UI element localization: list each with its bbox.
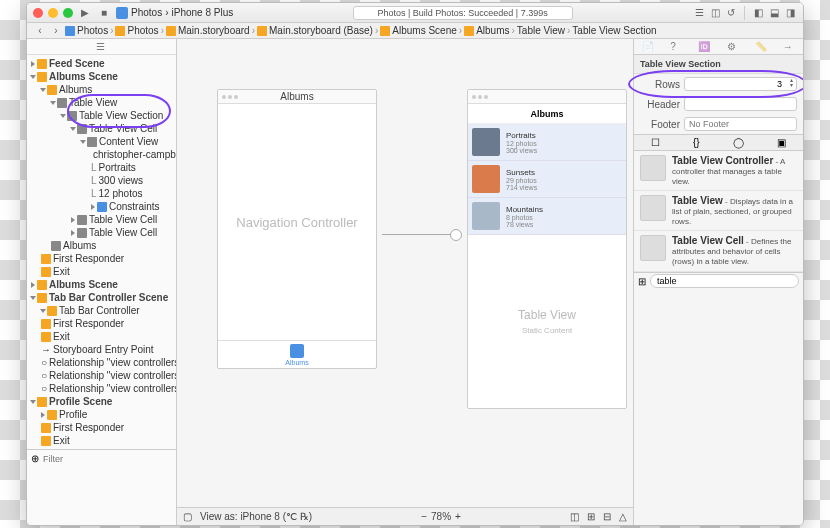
library-item[interactable]: Table View - Displays data in a list of … (634, 191, 803, 231)
library-filter-input[interactable] (650, 274, 799, 288)
attributes-inspector-tab[interactable]: ⚙ (727, 41, 739, 53)
resolve-button[interactable]: △ (619, 511, 627, 522)
path-seg[interactable]: Table View Section (572, 25, 656, 36)
tree-row[interactable]: L300 views (27, 174, 176, 187)
segue[interactable] (382, 229, 462, 239)
tree-row[interactable]: Tab Bar Controller Scene (27, 291, 176, 304)
tree-row[interactable]: Tab Bar Controller (27, 304, 176, 317)
embed-button[interactable]: ◫ (570, 511, 579, 522)
size-inspector-tab[interactable]: 📏 (755, 41, 767, 53)
align-button[interactable]: ⊞ (587, 511, 595, 522)
footer-label: Footer (640, 119, 680, 130)
tree-row[interactable]: Profile Scene (27, 395, 176, 408)
tree-row[interactable]: First Responder (27, 317, 176, 330)
stepper-down[interactable]: ▾ (786, 83, 796, 88)
zoom-out-button[interactable]: − (421, 511, 427, 522)
connections-inspector-tab[interactable]: → (783, 41, 795, 53)
albums-scene[interactable]: Albums Portraits12 photos300 viewsSunset… (467, 89, 627, 409)
back-button[interactable]: ‹ (33, 24, 47, 38)
help-inspector-tab[interactable]: ? (670, 41, 682, 53)
tree-row[interactable]: Constraints (27, 200, 176, 213)
tree-row[interactable]: Albums Scene (27, 278, 176, 291)
tree-row[interactable]: Table View Section (27, 109, 176, 122)
toggle-bottom-panel-button[interactable]: ⬓ (767, 6, 781, 20)
file-inspector-tab[interactable]: 📄 (642, 41, 654, 53)
identity-inspector-tab[interactable]: 🆔 (698, 41, 710, 53)
forward-button[interactable]: › (49, 24, 63, 38)
minimize-button[interactable] (48, 8, 58, 18)
jump-bar[interactable]: ‹ › Photos› Photos› Main.storyboard› Mai… (27, 23, 803, 39)
project-nav-tab[interactable]: ☰ (96, 41, 108, 53)
table-row[interactable]: Sunsets29 photos714 views (468, 161, 626, 198)
path-seg[interactable]: Albums Scene (392, 25, 456, 36)
path-seg[interactable]: Albums (476, 25, 509, 36)
library-item[interactable]: Table View Controller - A controller tha… (634, 151, 803, 191)
scheme-selector[interactable]: Photos › iPhone 8 Plus (116, 7, 233, 19)
tree-row[interactable]: Exit (27, 330, 176, 343)
tree-row[interactable]: Table View Cell (27, 213, 176, 226)
pin-button[interactable]: ⊟ (603, 511, 611, 522)
tree-row[interactable]: ○Relationship "view controllers" to "... (27, 382, 176, 395)
file-template-tab[interactable]: ☐ (651, 137, 660, 148)
tree-row[interactable]: ○Relationship "view controllers" to "... (27, 369, 176, 382)
rows-input[interactable] (684, 77, 797, 91)
path-seg[interactable]: Main.storyboard (Base) (269, 25, 373, 36)
run-button[interactable]: ▶ (78, 6, 92, 20)
object-library-tab[interactable]: ◯ (733, 137, 744, 148)
table-row[interactable]: Portraits12 photos300 views (468, 124, 626, 161)
tree-row[interactable]: christopher-campb... (27, 148, 176, 161)
library-item[interactable]: Table View Cell - Defines the attributes… (634, 231, 803, 271)
path-seg[interactable]: Photos (77, 25, 108, 36)
tree-row[interactable]: Albums (27, 83, 176, 96)
object-library: ☐ {} ◯ ▣ Table View Controller - A contr… (634, 134, 803, 525)
zoom-in-button[interactable]: + (455, 511, 461, 522)
code-snippet-tab[interactable]: {} (693, 137, 700, 148)
storyboard-icon (257, 26, 267, 36)
editor-assistant-button[interactable]: ◫ (708, 6, 722, 20)
tree-row[interactable]: Albums Scene (27, 70, 176, 83)
scene-header[interactable] (468, 90, 626, 104)
header-input[interactable] (684, 97, 797, 111)
footer-input[interactable] (684, 117, 797, 131)
document-outline[interactable]: Feed Scene Albums Scene Albums Table Vie… (27, 55, 176, 449)
view-as-label[interactable]: View as: iPhone 8 (℃ ℞) (200, 511, 312, 522)
folder-icon (115, 26, 125, 36)
editor-version-button[interactable]: ↺ (724, 6, 738, 20)
table-view[interactable]: Portraits12 photos300 viewsSunsets29 pho… (468, 124, 626, 235)
tree-row[interactable]: Content View (27, 135, 176, 148)
tree-row[interactable]: Table View Cell (27, 226, 176, 239)
path-seg[interactable]: Table View (517, 25, 565, 36)
table-row[interactable]: Mountains8 photos78 views (468, 198, 626, 235)
stop-button[interactable]: ■ (97, 6, 111, 20)
toggle-outline-button[interactable]: ▢ (183, 511, 192, 522)
grid-toggle[interactable]: ⊞ (638, 276, 646, 287)
scene-header[interactable]: Albums (218, 90, 376, 104)
chevron-right-icon: › (165, 7, 168, 18)
tree-row[interactable]: First Responder (27, 252, 176, 265)
tree-row[interactable]: L12 photos (27, 187, 176, 200)
tree-row[interactable]: ○Relationship "view controllers" to "F..… (27, 356, 176, 369)
interface-builder-canvas[interactable]: Albums Navigation Controller Albums (177, 39, 633, 525)
tree-row[interactable]: →Storyboard Entry Point (27, 343, 176, 356)
toggle-left-panel-button[interactable]: ◧ (751, 6, 765, 20)
close-button[interactable] (33, 8, 43, 18)
tree-row[interactable]: Albums (27, 239, 176, 252)
filter-input[interactable] (43, 454, 172, 464)
media-library-tab[interactable]: ▣ (777, 137, 786, 148)
tree-row[interactable]: Profile (27, 408, 176, 421)
zoom-level[interactable]: 78% (431, 511, 451, 522)
zoom-button[interactable] (63, 8, 73, 18)
tree-row[interactable]: Table View (27, 96, 176, 109)
path-seg[interactable]: Photos (127, 25, 158, 36)
path-seg[interactable]: Main.storyboard (178, 25, 250, 36)
tree-row[interactable]: LPortraits (27, 161, 176, 174)
tree-row[interactable]: Feed Scene (27, 57, 176, 70)
editor-standard-button[interactable]: ☰ (692, 6, 706, 20)
tree-row[interactable]: Exit (27, 265, 176, 278)
navigation-controller-scene[interactable]: Albums Navigation Controller Albums (217, 89, 377, 369)
tree-row[interactable]: Exit (27, 434, 176, 447)
toggle-right-panel-button[interactable]: ◨ (783, 6, 797, 20)
tree-row[interactable]: First Responder (27, 421, 176, 434)
navigator-tabs: ☰ (27, 39, 176, 55)
tree-row[interactable]: Table View Cell (27, 122, 176, 135)
